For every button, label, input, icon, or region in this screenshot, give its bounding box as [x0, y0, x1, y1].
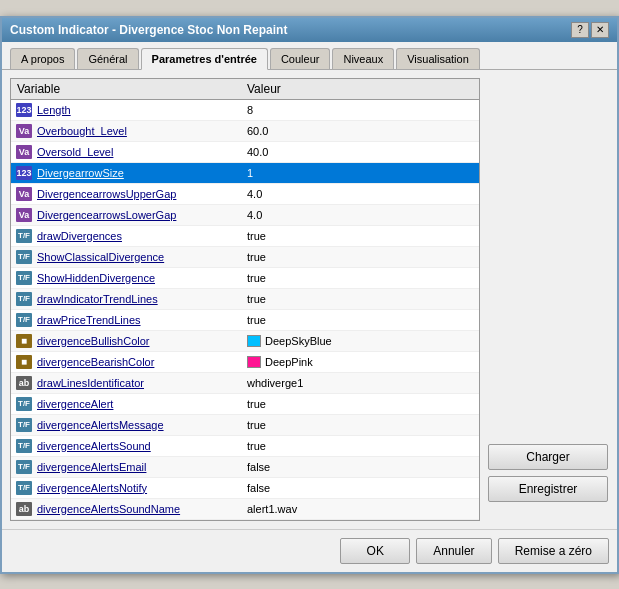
row-name[interactable]: drawIndicatorTrendLines: [37, 293, 247, 305]
col-variable-header: Variable: [17, 82, 247, 96]
row-value: whdiverge1: [247, 377, 475, 389]
table-row[interactable]: ■ divergenceBearishColor DeepPink: [11, 352, 479, 373]
close-button[interactable]: ✕: [591, 22, 609, 38]
tab-general[interactable]: Général: [77, 48, 138, 69]
row-name[interactable]: ShowHiddenDivergence: [37, 272, 247, 284]
row-name[interactable]: divergenceAlertsEmail: [37, 461, 247, 473]
row-name[interactable]: Overbought_Level: [37, 125, 247, 137]
table-row[interactable]: T/F drawPriceTrendLines true: [11, 310, 479, 331]
icon-bool: T/F: [15, 249, 33, 265]
row-value: DeepSkyBlue: [247, 335, 475, 347]
row-name[interactable]: Oversold_Level: [37, 146, 247, 158]
row-name[interactable]: DivergencearrowsLowerGap: [37, 209, 247, 221]
row-value: true: [247, 398, 475, 410]
col-valeur-header: Valeur: [247, 82, 473, 96]
ok-button[interactable]: OK: [340, 538, 410, 564]
row-value: 4.0: [247, 209, 475, 221]
tab-parametres[interactable]: Parametres d'entrée: [141, 48, 268, 70]
tab-niveaux[interactable]: Niveaux: [332, 48, 394, 69]
table-row[interactable]: T/F ShowClassicalDivergence true: [11, 247, 479, 268]
tab-couleur[interactable]: Couleur: [270, 48, 331, 69]
row-name[interactable]: Length: [37, 104, 247, 116]
enregistrer-button[interactable]: Enregistrer: [488, 476, 608, 502]
table-row[interactable]: T/F drawDivergences true: [11, 226, 479, 247]
icon-bool: T/F: [15, 459, 33, 475]
title-bar: Custom Indicator - Divergence Stoc Non R…: [2, 18, 617, 42]
row-value: true: [247, 440, 475, 452]
icon-bool: T/F: [15, 228, 33, 244]
icon-bool: T/F: [15, 480, 33, 496]
row-value: 40.0: [247, 146, 475, 158]
icon-val: Va: [15, 123, 33, 139]
remise-button[interactable]: Remise a zéro: [498, 538, 609, 564]
row-value: alert1.wav: [247, 503, 475, 515]
row-value: true: [247, 293, 475, 305]
tabs-container: A propos Général Parametres d'entrée Cou…: [2, 42, 617, 70]
row-name[interactable]: divergenceAlertsSoundName: [37, 503, 247, 515]
tab-apropos[interactable]: A propos: [10, 48, 75, 69]
row-value: true: [247, 314, 475, 326]
table-row[interactable]: Va DivergencearrowsUpperGap 4.0: [11, 184, 479, 205]
icon-val: Va: [15, 186, 33, 202]
row-value: true: [247, 419, 475, 431]
row-value: false: [247, 461, 475, 473]
row-value: 1: [247, 167, 475, 179]
icon-ab: ab: [15, 501, 33, 517]
table-row[interactable]: Va Oversold_Level 40.0: [11, 142, 479, 163]
icon-val: Va: [15, 207, 33, 223]
table-row[interactable]: T/F ShowHiddenDivergence true: [11, 268, 479, 289]
charger-button[interactable]: Charger: [488, 444, 608, 470]
row-value: false: [247, 482, 475, 494]
icon-bool: T/F: [15, 270, 33, 286]
color-swatch-bullish: [247, 335, 261, 347]
table-row[interactable]: T/F drawIndicatorTrendLines true: [11, 289, 479, 310]
icon-color: ■: [15, 354, 33, 370]
table-row[interactable]: Va DivergencearrowsLowerGap 4.0: [11, 205, 479, 226]
icon-bool: T/F: [15, 312, 33, 328]
table-row[interactable]: T/F divergenceAlertsMessage true: [11, 415, 479, 436]
table-row[interactable]: ■ divergenceBullishColor DeepSkyBlue: [11, 331, 479, 352]
right-panel: Charger Enregistrer: [488, 78, 608, 502]
table-header: Variable Valeur: [11, 79, 479, 100]
table-row[interactable]: T/F divergenceAlertsSound true: [11, 436, 479, 457]
row-value: DeepPink: [247, 356, 475, 368]
icon-color: ■: [15, 333, 33, 349]
row-name[interactable]: divergenceAlertsMessage: [37, 419, 247, 431]
row-value: true: [247, 251, 475, 263]
table-row[interactable]: ab drawLinesIdentificator whdiverge1: [11, 373, 479, 394]
row-name[interactable]: DivergencearrowsUpperGap: [37, 188, 247, 200]
icon-val: Va: [15, 144, 33, 160]
row-name[interactable]: divergenceAlert: [37, 398, 247, 410]
table-row[interactable]: T/F divergenceAlertsNotify false: [11, 478, 479, 499]
parameters-table: Variable Valeur 123 Length 8 Va Overboug…: [10, 78, 480, 521]
color-swatch-bearish: [247, 356, 261, 368]
row-name[interactable]: drawLinesIdentificator: [37, 377, 247, 389]
row-value: true: [247, 230, 475, 242]
table-row[interactable]: T/F divergenceAlert true: [11, 394, 479, 415]
title-bar-buttons: ? ✕: [571, 22, 609, 38]
table-row[interactable]: Va Overbought_Level 60.0: [11, 121, 479, 142]
row-name[interactable]: divergenceAlertsSound: [37, 440, 247, 452]
row-name[interactable]: DivergearrowSize: [37, 167, 247, 179]
table-row[interactable]: 123 Length 8: [11, 100, 479, 121]
window-title: Custom Indicator - Divergence Stoc Non R…: [10, 23, 287, 37]
annuler-button[interactable]: Annuler: [416, 538, 491, 564]
row-name[interactable]: divergenceBearishColor: [37, 356, 247, 368]
icon-int: 123: [15, 102, 33, 118]
content-area: Variable Valeur 123 Length 8 Va Overboug…: [2, 70, 617, 529]
row-name[interactable]: drawPriceTrendLines: [37, 314, 247, 326]
table-row[interactable]: ab divergenceAlertsSoundName alert1.wav: [11, 499, 479, 520]
help-button[interactable]: ?: [571, 22, 589, 38]
row-name[interactable]: ShowClassicalDivergence: [37, 251, 247, 263]
row-value: true: [247, 272, 475, 284]
row-name[interactable]: divergenceBullishColor: [37, 335, 247, 347]
row-value: 4.0: [247, 188, 475, 200]
row-name[interactable]: drawDivergences: [37, 230, 247, 242]
icon-bool: T/F: [15, 438, 33, 454]
table-row[interactable]: T/F divergenceAlertsEmail false: [11, 457, 479, 478]
bottom-bar: OK Annuler Remise a zéro: [2, 529, 617, 572]
tab-visualisation[interactable]: Visualisation: [396, 48, 480, 69]
icon-bool: T/F: [15, 417, 33, 433]
table-row[interactable]: 123 DivergearrowSize 1: [11, 163, 479, 184]
row-name[interactable]: divergenceAlertsNotify: [37, 482, 247, 494]
